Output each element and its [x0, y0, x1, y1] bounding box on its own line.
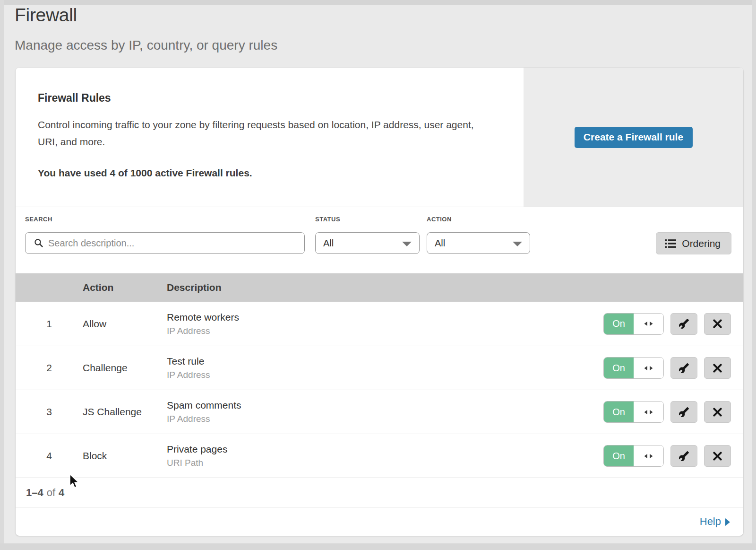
toggle-handle[interactable] [634, 402, 663, 422]
create-firewall-rule-button[interactable]: Create a Firewall rule [575, 127, 693, 148]
rule-action: Block [83, 450, 167, 462]
section-description: Control incoming traffic to your zone by… [38, 116, 487, 150]
toggle-on-label: On [604, 402, 634, 422]
drag-arrows-icon [644, 321, 653, 327]
page-subtitle: Manage access by IP, country, or query r… [15, 38, 277, 53]
rule-description-cell: Remote workers IP Address [167, 312, 603, 336]
rule-match-type: URI Path [167, 458, 603, 468]
rule-controls: On [603, 357, 731, 379]
window-edge-right [752, 0, 756, 550]
edit-rule-button[interactable] [670, 357, 697, 379]
close-icon [713, 363, 722, 373]
table-row: 3 JS Challenge Spam comments IP Address … [16, 390, 743, 434]
status-label: STATUS [315, 216, 420, 223]
action-filter: ACTION All [427, 216, 530, 254]
action-column-header: Action [83, 282, 167, 293]
rule-description: Spam comments [167, 400, 603, 411]
rule-enabled-toggle[interactable]: On [603, 313, 664, 335]
drag-arrows-icon [644, 409, 653, 415]
drag-arrows-icon [644, 453, 653, 459]
rule-match-type: IP Address [167, 326, 603, 336]
ordering-button-label: Ordering [682, 238, 721, 249]
rule-match-type: IP Address [167, 370, 603, 380]
wrench-icon [679, 451, 689, 462]
edit-rule-button[interactable] [670, 445, 697, 467]
window-edge-left [0, 0, 4, 550]
status-filter: STATUS All [315, 216, 420, 254]
rule-action: JS Challenge [83, 406, 167, 418]
rule-description-cell: Private pages URI Path [167, 444, 603, 468]
table-row: 1 Allow Remote workers IP Address On [16, 302, 743, 346]
card-header: Firewall Rules Control incoming traffic … [16, 68, 743, 207]
delete-rule-button[interactable] [704, 357, 731, 379]
rule-match-type: IP Address [167, 414, 603, 424]
close-icon [713, 407, 722, 417]
toggle-on-label: On [604, 445, 634, 466]
action-selected-value: All [435, 238, 445, 249]
pagination-total: 4 [59, 487, 64, 499]
search-label: SEARCH [25, 216, 305, 223]
table-row: 4 Block Private pages URI Path On [16, 434, 743, 478]
description-column-header: Description [167, 282, 731, 293]
rule-enabled-toggle[interactable]: On [603, 445, 664, 467]
rule-enabled-toggle[interactable]: On [603, 401, 664, 423]
delete-rule-button[interactable] [704, 401, 731, 423]
wrench-icon [679, 318, 689, 329]
edit-rule-button[interactable] [670, 401, 697, 423]
toggle-handle[interactable] [634, 445, 663, 466]
rule-description: Private pages [167, 444, 603, 455]
delete-rule-button[interactable] [704, 445, 731, 467]
delete-rule-button[interactable] [704, 313, 731, 335]
ordering-button[interactable]: Ordering [656, 232, 731, 254]
firewall-rules-info: Firewall Rules Control incoming traffic … [16, 68, 524, 207]
wrench-icon [679, 363, 689, 374]
chevron-down-icon [513, 242, 522, 246]
help-row: Help [16, 507, 743, 535]
rule-action: Allow [83, 318, 167, 330]
filter-bar: SEARCH STATUS All ACTION All [16, 207, 743, 273]
close-icon [713, 451, 722, 461]
chevron-down-icon [402, 242, 412, 246]
wrench-icon [679, 407, 689, 418]
edit-rule-button[interactable] [670, 313, 697, 335]
toggle-handle[interactable] [634, 358, 663, 378]
rule-description: Remote workers [167, 312, 603, 323]
window-edge-bottom [0, 543, 756, 550]
rule-controls: On [603, 445, 731, 467]
rules-table-body: 1 Allow Remote workers IP Address On [16, 302, 743, 478]
search-box[interactable] [25, 232, 305, 254]
rule-description: Test rule [167, 356, 603, 367]
status-select[interactable]: All [315, 232, 420, 254]
rule-controls: On [603, 313, 731, 335]
search-filter: SEARCH [25, 216, 305, 254]
rule-priority-number: 4 [16, 450, 83, 462]
help-link[interactable]: Help [700, 515, 730, 528]
pagination-range: 1–4 [26, 487, 43, 499]
pagination-of: of [47, 487, 55, 499]
list-ordering-icon [665, 239, 676, 248]
rule-action: Challenge [83, 362, 167, 374]
action-select[interactable]: All [427, 232, 530, 254]
close-icon [713, 319, 722, 329]
rule-enabled-toggle[interactable]: On [603, 357, 664, 379]
drag-arrows-icon [644, 365, 653, 371]
action-label: ACTION [427, 216, 530, 223]
search-icon [34, 238, 43, 248]
rule-controls: On [603, 401, 731, 423]
table-row: 2 Challenge Test rule IP Address On [16, 346, 743, 390]
usage-summary: You have used 4 of 1000 active Firewall … [38, 167, 495, 179]
pagination: 1–4 of 4 [16, 478, 743, 507]
table-header: Action Description [16, 273, 743, 302]
toggle-on-label: On [604, 358, 634, 378]
rule-priority-number: 3 [16, 406, 83, 418]
help-link-label: Help [700, 515, 721, 528]
toggle-handle[interactable] [634, 314, 663, 334]
help-arrow-icon [725, 518, 730, 526]
rule-priority-number: 1 [16, 318, 83, 330]
toggle-on-label: On [604, 314, 634, 334]
search-input[interactable] [48, 238, 294, 249]
firewall-rules-card: Firewall Rules Control incoming traffic … [16, 68, 743, 536]
window-edge-top [0, 0, 756, 5]
rule-description-cell: Test rule IP Address [167, 356, 603, 380]
cta-panel: Create a Firewall rule [524, 68, 743, 207]
